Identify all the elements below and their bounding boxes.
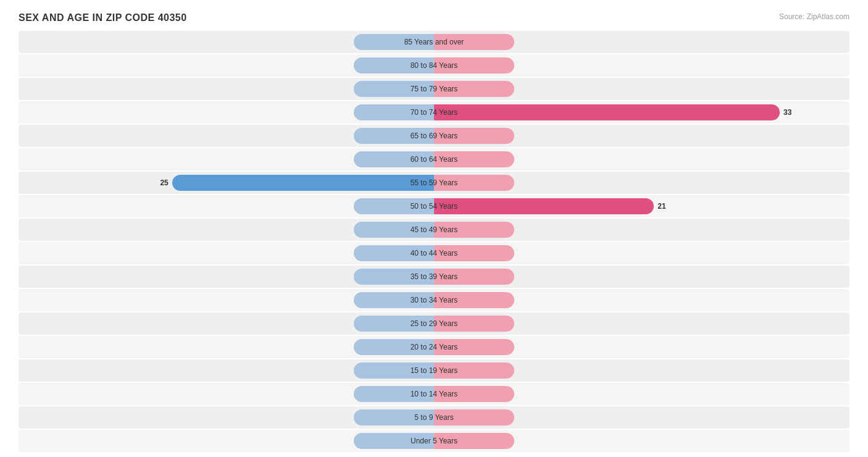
left-section: 25: [19, 172, 434, 194]
male-bar: [354, 198, 434, 214]
female-value: 33: [783, 108, 791, 117]
left-section: 0: [19, 336, 434, 358]
male-bar: [354, 433, 434, 449]
male-bar: [354, 57, 434, 73]
right-section: 0: [434, 78, 849, 100]
male-bar: [354, 128, 434, 144]
right-section: 0: [434, 172, 849, 194]
right-section: 0: [434, 312, 849, 335]
male-bar: [354, 222, 434, 238]
female-bar: [434, 339, 514, 355]
bar-row: 010 to 14 Years0: [19, 383, 849, 405]
bar-row: 065 to 69 Years0: [19, 125, 849, 147]
female-bar: [434, 175, 514, 191]
female-bar: [434, 245, 514, 261]
left-section: 0: [19, 289, 434, 311]
right-section: 0: [434, 383, 849, 405]
left-section: 0: [19, 54, 434, 77]
bar-row: 060 to 64 Years0: [19, 148, 849, 170]
male-bar: [354, 269, 434, 285]
left-section: 0: [19, 359, 434, 382]
right-section: 0: [434, 31, 849, 53]
male-bar: [354, 316, 434, 332]
bar-row: 0Under 5 Years0: [19, 430, 849, 452]
right-section: 21: [434, 195, 849, 217]
male-bar: [354, 81, 434, 97]
left-section: 0: [19, 78, 434, 100]
male-bar: [354, 339, 434, 355]
bar-row: 050 to 54 Years21: [19, 195, 849, 217]
female-bar: [434, 316, 514, 332]
bar-row: 080 to 84 Years0: [19, 54, 849, 77]
right-section: 0: [434, 148, 849, 170]
female-bar: [434, 34, 514, 50]
female-bar: [434, 409, 514, 426]
left-section: 0: [19, 31, 434, 53]
male-bar: [354, 151, 434, 167]
bar-row: 030 to 34 Years0: [19, 289, 849, 311]
bar-row: 015 to 19 Years0: [19, 359, 849, 382]
male-bar: [354, 34, 434, 50]
female-bar: 33: [434, 104, 780, 120]
right-section: 0: [434, 336, 849, 358]
female-bar: [434, 222, 514, 238]
bar-row: 2555 to 59 Years0: [19, 172, 849, 194]
chart-container: SEX AND AGE IN ZIP CODE 40350 Source: Zi…: [0, 0, 868, 457]
female-bar: [434, 269, 514, 285]
bars-area: 085 Years and over0080 to 84 Years0075 t…: [19, 31, 849, 452]
female-bar: [434, 363, 514, 379]
bar-row: 045 to 49 Years0: [19, 219, 849, 241]
female-bar: [434, 386, 514, 402]
female-bar: [434, 151, 514, 167]
right-section: 0: [434, 406, 849, 429]
right-section: 0: [434, 266, 849, 288]
left-section: 0: [19, 312, 434, 335]
right-section: 33: [434, 101, 849, 124]
bar-row: 020 to 24 Years0: [19, 336, 849, 358]
bar-row: 035 to 39 Years0: [19, 266, 849, 288]
right-section: 0: [434, 125, 849, 147]
male-bar: [354, 245, 434, 261]
female-bar: 21: [434, 198, 654, 214]
male-bar: 25: [172, 175, 434, 191]
female-bar: [434, 433, 514, 449]
female-bar: [434, 128, 514, 144]
female-bar: [434, 81, 514, 97]
left-section: 0: [19, 125, 434, 147]
title-row: SEX AND AGE IN ZIP CODE 40350 Source: Zi…: [19, 12, 849, 23]
left-section: 0: [19, 242, 434, 264]
right-section: 0: [434, 359, 849, 382]
bar-row: 05 to 9 Years0: [19, 406, 849, 429]
right-section: 0: [434, 430, 849, 452]
male-bar: [354, 104, 434, 120]
left-section: 0: [19, 148, 434, 170]
left-section: 0: [19, 266, 434, 288]
chart-title: SEX AND AGE IN ZIP CODE 40350: [19, 12, 187, 23]
male-bar: [354, 386, 434, 402]
female-bar: [434, 57, 514, 73]
left-section: 0: [19, 195, 434, 217]
right-section: 0: [434, 242, 849, 264]
female-bar: [434, 292, 514, 308]
male-bar: [354, 363, 434, 379]
left-section: 0: [19, 430, 434, 452]
female-value: 21: [657, 202, 666, 211]
bar-row: 085 Years and over0: [19, 31, 849, 53]
bar-row: 040 to 44 Years0: [19, 242, 849, 264]
male-bar: [354, 292, 434, 308]
left-section: 0: [19, 101, 434, 124]
bar-row: 070 to 74 Years33: [19, 101, 849, 124]
right-section: 0: [434, 54, 849, 77]
male-value: 25: [160, 178, 168, 187]
bar-row: 025 to 29 Years0: [19, 312, 849, 335]
left-section: 0: [19, 219, 434, 241]
source-text: Source: ZipAtlas.com: [779, 12, 849, 21]
left-section: 0: [19, 383, 434, 405]
bar-row: 075 to 79 Years0: [19, 78, 849, 100]
right-section: 0: [434, 289, 849, 311]
left-section: 0: [19, 406, 434, 429]
right-section: 0: [434, 219, 849, 241]
male-bar: [354, 409, 434, 426]
